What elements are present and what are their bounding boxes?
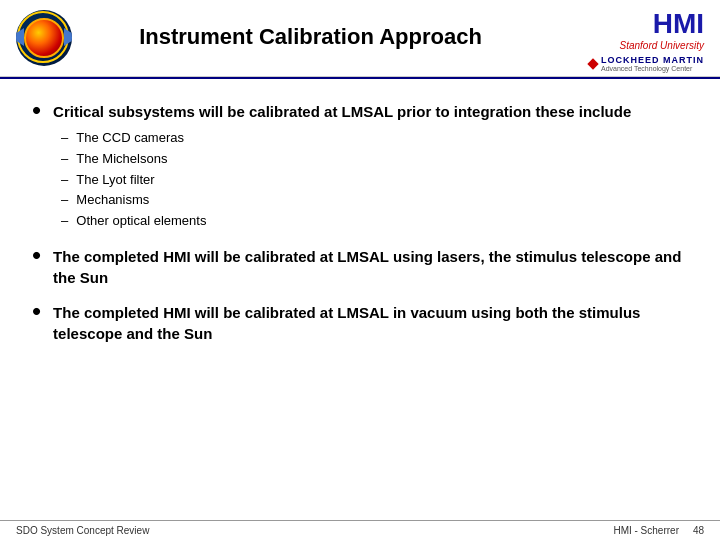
list-item-label: The Michelsons [76, 149, 167, 170]
lockheed-martin-logo: LOCKHEED MARTIN Advanced Technology Cent… [589, 55, 704, 72]
page-title: Instrument Calibration Approach [72, 10, 589, 50]
bullet-1-text: Critical subsystems will be calibrated a… [53, 101, 631, 122]
dash-icon: – [61, 170, 68, 191]
dash-icon: – [61, 128, 68, 149]
hmi-label: HMI [653, 10, 704, 38]
bullet-item-1: • Critical subsystems will be calibrated… [32, 101, 688, 232]
lm-diamond-icon [587, 58, 598, 69]
dash-icon: – [61, 149, 68, 170]
list-item-label: Other optical elements [76, 211, 206, 232]
list-item: – Mechanisms [61, 190, 631, 211]
header: Instrument Calibration Approach HMI Stan… [0, 0, 720, 77]
footer-label: HMI - Scherrer [613, 525, 679, 536]
footer: SDO System Concept Review HMI - Scherrer… [0, 520, 720, 540]
lm-name: LOCKHEED MARTIN [601, 55, 704, 65]
list-item: – The Michelsons [61, 149, 631, 170]
list-item-label: The CCD cameras [76, 128, 184, 149]
dash-icon: – [61, 190, 68, 211]
sub-list-1: – The CCD cameras – The Michelsons – The… [61, 128, 631, 232]
page-number: 48 [693, 525, 704, 536]
main-content: • Critical subsystems will be calibrated… [0, 79, 720, 370]
bullet-1-body: Critical subsystems will be calibrated a… [53, 101, 631, 232]
bullet-dot-3: • [32, 298, 41, 324]
bullet-3-text: The completed HMI will be calibrated at … [53, 302, 688, 344]
footer-right: HMI - Scherrer 48 [613, 525, 704, 536]
header-right-logos: HMI Stanford University LOCKHEED MARTIN … [589, 10, 704, 72]
list-item-label: The Lyot filter [76, 170, 154, 191]
sdo-logo [16, 10, 72, 66]
list-item: – The CCD cameras [61, 128, 631, 149]
bullet-item-3: • The completed HMI will be calibrated a… [32, 302, 688, 344]
lm-subtitle: Advanced Technology Center [601, 65, 704, 72]
bullet-2-text: The completed HMI will be calibrated at … [53, 246, 688, 288]
list-item: – The Lyot filter [61, 170, 631, 191]
bullet-dot-2: • [32, 242, 41, 268]
bullet-dot-1: • [32, 97, 41, 123]
stanford-label: Stanford University [620, 40, 704, 51]
list-item: – Other optical elements [61, 211, 631, 232]
list-item-label: Mechanisms [76, 190, 149, 211]
footer-left: SDO System Concept Review [16, 525, 149, 536]
bullet-item-2: • The completed HMI will be calibrated a… [32, 246, 688, 288]
dash-icon: – [61, 211, 68, 232]
